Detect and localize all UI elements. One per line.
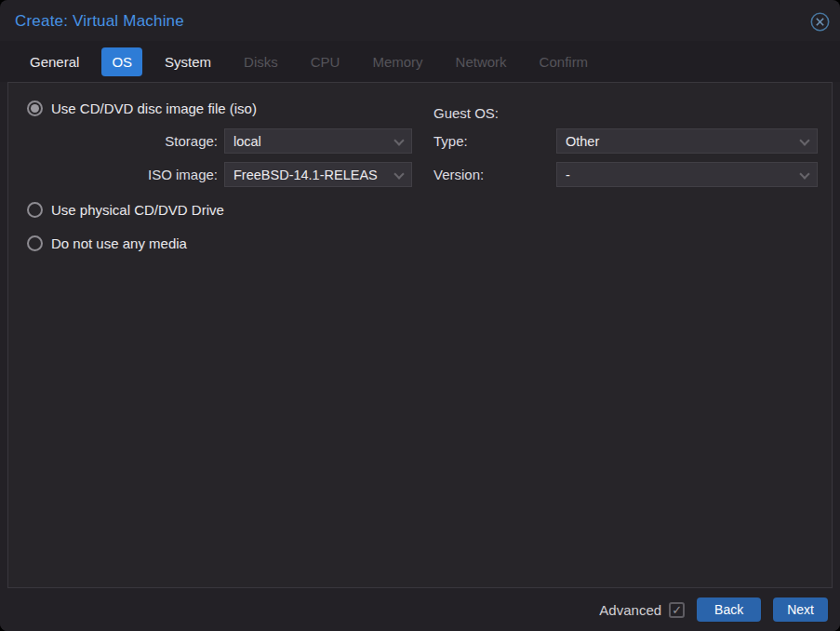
dialog-titlebar: Create: Virtual Machine <box>0 0 840 41</box>
radio-use-iso-label: Use CD/DVD disc image file (iso) <box>51 101 257 116</box>
radio-physical-drive-control[interactable] <box>27 202 43 218</box>
os-tab-panel: Use CD/DVD disc image file (iso) Storage… <box>7 82 833 588</box>
tab-disks: Disks <box>233 47 288 76</box>
tab-memory: Memory <box>362 47 433 76</box>
version-label: Version: <box>433 162 545 187</box>
storage-select[interactable]: local <box>224 128 412 154</box>
dialog-footer: Advanced ✓ Back Next <box>0 588 840 631</box>
radio-no-media-control[interactable] <box>27 235 43 251</box>
version-select[interactable]: - <box>556 162 818 187</box>
tab-general[interactable]: General <box>20 47 89 76</box>
storage-value: local <box>233 134 261 149</box>
tab-network: Network <box>446 47 517 76</box>
next-button[interactable]: Next <box>773 597 828 622</box>
advanced-checkbox[interactable]: ✓ <box>669 602 685 618</box>
radio-use-iso-control[interactable] <box>27 101 43 116</box>
type-label: Type: <box>433 128 545 154</box>
back-button[interactable]: Back <box>697 597 761 622</box>
guest-os-heading: Guest OS: <box>433 101 499 126</box>
chevron-down-icon <box>799 135 809 145</box>
radio-use-iso[interactable]: Use CD/DVD disc image file (iso) <box>27 101 257 116</box>
wizard-tabs: General OS System Disks CPU Memory Netwo… <box>0 41 840 82</box>
storage-label: Storage: <box>64 128 218 154</box>
type-select[interactable]: Other <box>556 128 818 154</box>
radio-physical-drive[interactable]: Use physical CD/DVD Drive <box>27 202 224 218</box>
tab-cpu: CPU <box>300 47 351 76</box>
tab-os[interactable]: OS <box>101 47 142 76</box>
chevron-down-icon <box>393 135 404 145</box>
create-vm-dialog: Create: Virtual Machine General OS Syste… <box>0 0 840 631</box>
dialog-title: Create: Virtual Machine <box>15 0 184 43</box>
radio-no-media[interactable]: Do not use any media <box>27 235 187 251</box>
type-value: Other <box>566 134 599 149</box>
chevron-down-icon <box>799 168 809 179</box>
tab-system[interactable]: System <box>154 47 221 76</box>
version-value: - <box>566 168 570 182</box>
chevron-down-icon <box>393 168 404 179</box>
radio-physical-drive-label: Use physical CD/DVD Drive <box>51 202 224 218</box>
tab-confirm: Confirm <box>529 47 599 76</box>
iso-image-value: FreeBSD-14.1-RELEAS <box>233 168 378 182</box>
iso-image-select[interactable]: FreeBSD-14.1-RELEAS <box>224 162 412 187</box>
radio-no-media-label: Do not use any media <box>51 235 187 251</box>
advanced-label: Advanced <box>599 602 661 618</box>
close-icon[interactable] <box>810 12 830 32</box>
iso-image-label: ISO image: <box>64 162 218 187</box>
